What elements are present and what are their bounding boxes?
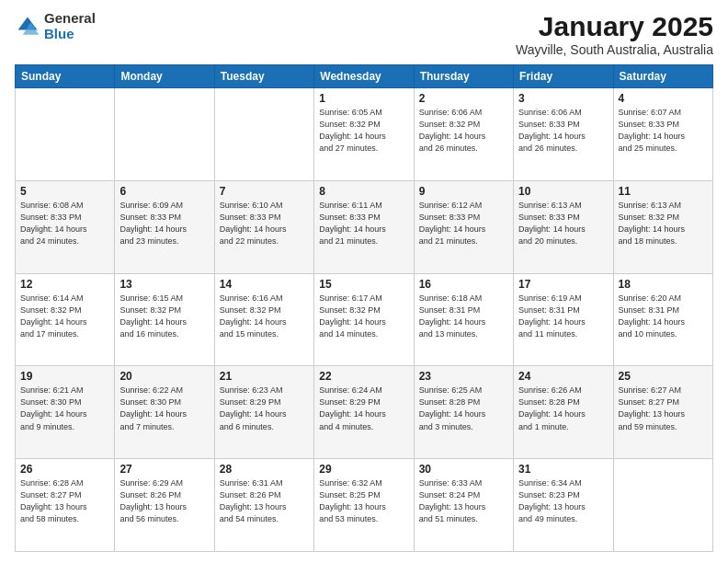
calendar-cell: 27Sunrise: 6:29 AM Sunset: 8:26 PM Dayli…	[115, 459, 214, 552]
calendar-cell: 5Sunrise: 6:08 AM Sunset: 8:33 PM Daylig…	[16, 180, 115, 273]
calendar-week-3: 12Sunrise: 6:14 AM Sunset: 8:32 PM Dayli…	[16, 273, 713, 366]
day-number: 10	[518, 185, 608, 198]
calendar-cell: 20Sunrise: 6:22 AM Sunset: 8:30 PM Dayli…	[115, 366, 214, 459]
day-number: 23	[419, 370, 508, 383]
day-number: 11	[619, 185, 708, 198]
logo-general: General	[44, 11, 96, 27]
day-number: 8	[319, 185, 408, 198]
day-number: 26	[20, 463, 109, 476]
calendar-table: SundayMondayTuesdayWednesdayThursdayFrid…	[15, 64, 713, 552]
day-number: 28	[220, 463, 309, 476]
day-info: Sunrise: 6:16 AM Sunset: 8:32 PM Dayligh…	[220, 293, 309, 340]
calendar-header-monday: Monday	[115, 65, 214, 88]
day-number: 6	[119, 185, 209, 198]
day-info: Sunrise: 6:09 AM Sunset: 8:33 PM Dayligh…	[119, 200, 209, 247]
calendar-cell: 21Sunrise: 6:23 AM Sunset: 8:29 PM Dayli…	[214, 366, 313, 459]
calendar-cell: 28Sunrise: 6:31 AM Sunset: 8:26 PM Dayli…	[214, 459, 313, 552]
day-number: 12	[20, 278, 109, 291]
day-number: 7	[220, 185, 309, 198]
calendar-cell: 25Sunrise: 6:27 AM Sunset: 8:27 PM Dayli…	[613, 366, 712, 459]
calendar-week-2: 5Sunrise: 6:08 AM Sunset: 8:33 PM Daylig…	[16, 180, 713, 273]
calendar-cell	[16, 88, 115, 181]
calendar-cell: 10Sunrise: 6:13 AM Sunset: 8:33 PM Dayli…	[514, 180, 613, 273]
day-info: Sunrise: 6:06 AM Sunset: 8:33 PM Dayligh…	[518, 107, 608, 155]
day-number: 2	[419, 92, 508, 105]
calendar-cell: 19Sunrise: 6:21 AM Sunset: 8:30 PM Dayli…	[16, 366, 115, 459]
calendar-cell: 8Sunrise: 6:11 AM Sunset: 8:33 PM Daylig…	[314, 180, 414, 273]
calendar-cell: 2Sunrise: 6:06 AM Sunset: 8:32 PM Daylig…	[414, 88, 513, 181]
day-info: Sunrise: 6:06 AM Sunset: 8:32 PM Dayligh…	[419, 107, 508, 155]
day-info: Sunrise: 6:29 AM Sunset: 8:26 PM Dayligh…	[119, 477, 209, 525]
day-number: 4	[619, 92, 708, 105]
day-info: Sunrise: 6:23 AM Sunset: 8:29 PM Dayligh…	[220, 385, 309, 432]
day-info: Sunrise: 6:24 AM Sunset: 8:29 PM Dayligh…	[319, 385, 408, 432]
calendar-cell: 22Sunrise: 6:24 AM Sunset: 8:29 PM Dayli…	[314, 366, 414, 459]
day-number: 25	[619, 370, 708, 383]
calendar-cell: 11Sunrise: 6:13 AM Sunset: 8:32 PM Dayli…	[613, 180, 712, 273]
calendar-cell: 16Sunrise: 6:18 AM Sunset: 8:31 PM Dayli…	[414, 273, 513, 366]
day-info: Sunrise: 6:19 AM Sunset: 8:31 PM Dayligh…	[518, 293, 608, 340]
header: General Blue January 2025 Wayville, Sout…	[15, 11, 713, 57]
day-number: 5	[20, 185, 109, 198]
calendar-cell: 30Sunrise: 6:33 AM Sunset: 8:24 PM Dayli…	[414, 459, 513, 552]
day-number: 24	[518, 370, 608, 383]
day-info: Sunrise: 6:22 AM Sunset: 8:30 PM Dayligh…	[119, 385, 209, 432]
day-info: Sunrise: 6:18 AM Sunset: 8:31 PM Dayligh…	[419, 293, 508, 340]
day-number: 1	[319, 92, 408, 105]
day-info: Sunrise: 6:13 AM Sunset: 8:33 PM Dayligh…	[518, 200, 608, 247]
calendar-cell: 14Sunrise: 6:16 AM Sunset: 8:32 PM Dayli…	[214, 273, 313, 366]
calendar-week-1: 1Sunrise: 6:05 AM Sunset: 8:32 PM Daylig…	[16, 88, 713, 181]
day-number: 19	[20, 370, 109, 383]
day-number: 16	[419, 278, 508, 291]
title-block: January 2025 Wayville, South Australia, …	[516, 11, 713, 57]
calendar-cell: 29Sunrise: 6:32 AM Sunset: 8:25 PM Dayli…	[314, 459, 414, 552]
day-number: 18	[619, 278, 708, 291]
calendar-cell: 12Sunrise: 6:14 AM Sunset: 8:32 PM Dayli…	[16, 273, 115, 366]
calendar-cell: 17Sunrise: 6:19 AM Sunset: 8:31 PM Dayli…	[514, 273, 613, 366]
logo-icon	[15, 14, 40, 40]
day-number: 3	[518, 92, 608, 105]
day-info: Sunrise: 6:08 AM Sunset: 8:33 PM Dayligh…	[20, 200, 109, 247]
day-info: Sunrise: 6:27 AM Sunset: 8:27 PM Dayligh…	[619, 385, 708, 432]
calendar-header-row: SundayMondayTuesdayWednesdayThursdayFrid…	[16, 65, 713, 88]
day-info: Sunrise: 6:11 AM Sunset: 8:33 PM Dayligh…	[319, 200, 408, 247]
calendar-week-5: 26Sunrise: 6:28 AM Sunset: 8:27 PM Dayli…	[16, 459, 713, 552]
logo-text: General Blue	[44, 11, 96, 41]
day-number: 30	[419, 463, 508, 476]
calendar-cell: 23Sunrise: 6:25 AM Sunset: 8:28 PM Dayli…	[414, 366, 513, 459]
calendar-cell: 4Sunrise: 6:07 AM Sunset: 8:33 PM Daylig…	[613, 88, 712, 181]
day-info: Sunrise: 6:25 AM Sunset: 8:28 PM Dayligh…	[419, 385, 508, 432]
day-info: Sunrise: 6:33 AM Sunset: 8:24 PM Dayligh…	[419, 477, 508, 525]
calendar-header-thursday: Thursday	[414, 65, 513, 88]
calendar-cell: 1Sunrise: 6:05 AM Sunset: 8:32 PM Daylig…	[314, 88, 414, 181]
day-info: Sunrise: 6:26 AM Sunset: 8:28 PM Dayligh…	[518, 385, 608, 432]
title-location: Wayville, South Australia, Australia	[516, 42, 713, 57]
day-info: Sunrise: 6:32 AM Sunset: 8:25 PM Dayligh…	[319, 477, 408, 525]
day-info: Sunrise: 6:14 AM Sunset: 8:32 PM Dayligh…	[20, 293, 109, 340]
calendar-cell: 3Sunrise: 6:06 AM Sunset: 8:33 PM Daylig…	[514, 88, 613, 181]
day-number: 15	[319, 278, 408, 291]
calendar-cell: 13Sunrise: 6:15 AM Sunset: 8:32 PM Dayli…	[115, 273, 214, 366]
day-info: Sunrise: 6:12 AM Sunset: 8:33 PM Dayligh…	[419, 200, 508, 247]
calendar-week-4: 19Sunrise: 6:21 AM Sunset: 8:30 PM Dayli…	[16, 366, 713, 459]
calendar-header-tuesday: Tuesday	[214, 65, 313, 88]
calendar-cell: 7Sunrise: 6:10 AM Sunset: 8:33 PM Daylig…	[214, 180, 313, 273]
calendar-cell	[613, 459, 712, 552]
calendar-header-sunday: Sunday	[16, 65, 115, 88]
day-number: 13	[119, 278, 209, 291]
title-month: January 2025	[516, 11, 713, 42]
day-number: 9	[419, 185, 508, 198]
calendar-cell: 18Sunrise: 6:20 AM Sunset: 8:31 PM Dayli…	[613, 273, 712, 366]
logo: General Blue	[15, 11, 96, 41]
logo-blue: Blue	[44, 27, 96, 42]
calendar-cell	[115, 88, 214, 181]
day-info: Sunrise: 6:17 AM Sunset: 8:32 PM Dayligh…	[319, 293, 408, 340]
day-number: 20	[119, 370, 209, 383]
calendar-cell: 31Sunrise: 6:34 AM Sunset: 8:23 PM Dayli…	[514, 459, 613, 552]
calendar-cell: 6Sunrise: 6:09 AM Sunset: 8:33 PM Daylig…	[115, 180, 214, 273]
day-number: 22	[319, 370, 408, 383]
page: General Blue January 2025 Wayville, Sout…	[0, 0, 728, 563]
calendar-header-saturday: Saturday	[613, 65, 712, 88]
calendar-header-wednesday: Wednesday	[314, 65, 414, 88]
day-info: Sunrise: 6:15 AM Sunset: 8:32 PM Dayligh…	[119, 293, 209, 340]
